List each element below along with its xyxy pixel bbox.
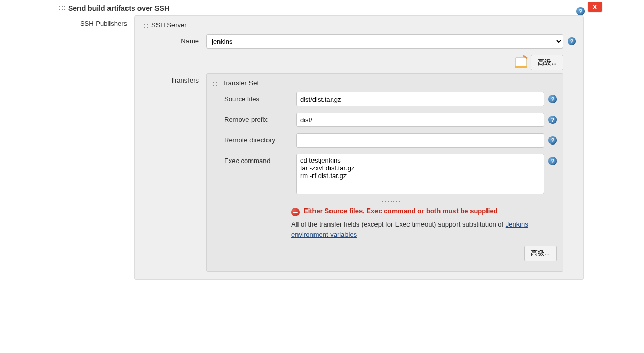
drag-handle-icon[interactable]: [59, 6, 65, 11]
ssh-server-name-select[interactable]: jenkins: [206, 34, 563, 49]
source-files-label: Source files: [224, 92, 296, 103]
transfer-set-title: Transfer Set: [222, 79, 259, 87]
remote-directory-input[interactable]: [296, 133, 544, 148]
validation-message: Either Source files, Exec command or bot…: [291, 207, 557, 216]
ssh-publishers-label: SSH Publishers: [59, 15, 134, 27]
resize-handle-icon[interactable]: [380, 201, 401, 204]
left-gutter: [0, 0, 44, 353]
section-title: Send build artifacts over SSH: [68, 4, 169, 12]
transfers-panel: Transfer Set Source files ?: [206, 73, 563, 272]
ssh-server-title: SSH Server: [151, 21, 187, 29]
help-icon[interactable]: ?: [548, 136, 557, 145]
help-icon[interactable]: ?: [568, 37, 576, 45]
help-icon[interactable]: ?: [548, 116, 557, 124]
help-icon[interactable]: ?: [548, 95, 557, 103]
drag-handle-icon[interactable]: [213, 80, 218, 86]
ssh-publisher-panel: SSH Server Name jenkins ?: [134, 15, 584, 280]
exec-command-textarea[interactable]: [296, 154, 544, 194]
error-icon: [291, 208, 300, 216]
main-column: X Send build artifacts over SSH ? SSH Pu…: [44, 0, 588, 353]
help-icon[interactable]: ?: [548, 157, 557, 165]
close-button[interactable]: X: [588, 2, 602, 12]
hint-text: All of the transfer fields (except for E…: [291, 219, 557, 239]
advanced-button[interactable]: 高级...: [531, 55, 563, 70]
advanced-button[interactable]: 高级...: [524, 246, 557, 261]
source-files-input[interactable]: [296, 92, 544, 106]
section-send-artifacts-ssh: Send build artifacts over SSH ? SSH Publ…: [44, 0, 588, 280]
transfers-label: Transfers: [142, 73, 206, 84]
notepad-icon[interactable]: [515, 57, 527, 68]
remote-directory-label: Remote directory: [224, 133, 296, 144]
help-icon[interactable]: ?: [576, 7, 585, 15]
right-gutter: [588, 0, 644, 353]
drag-handle-icon[interactable]: [142, 22, 148, 28]
ssh-name-label: Name: [142, 34, 206, 45]
exec-command-label: Exec command: [224, 154, 296, 165]
remove-prefix-input[interactable]: [296, 113, 544, 127]
remove-prefix-label: Remove prefix: [224, 113, 296, 123]
